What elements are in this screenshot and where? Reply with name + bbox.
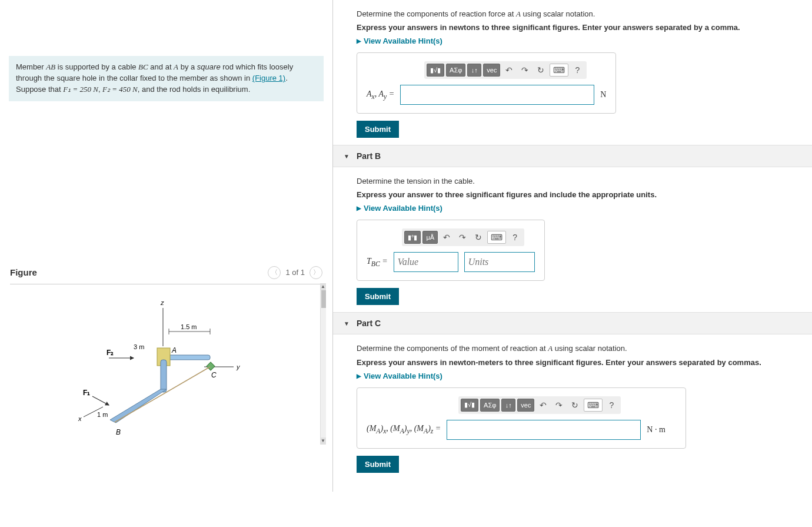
svg-text:z: z — [160, 299, 164, 306]
part-a-instruction: Express your answers in newtons to three… — [357, 23, 788, 32]
redo-button[interactable]: ↷ — [455, 231, 470, 244]
redo-button[interactable]: ↷ — [518, 64, 532, 77]
subscript-button[interactable]: ↓↑ — [467, 64, 481, 77]
vector-button[interactable]: vec — [517, 399, 534, 412]
figure-image: z y x A C — [10, 290, 322, 437]
svg-line-15 — [92, 396, 109, 405]
part-c-header[interactable]: ▼ Part C — [333, 312, 812, 334]
part-c-label: (MA)x, (MA)y, (MA)z = — [367, 424, 441, 435]
keyboard-button[interactable]: ⌨ — [550, 64, 568, 77]
svg-text:B: B — [116, 428, 121, 436]
figure-header: Figure 〈 1 of 1 〉 — [10, 266, 322, 284]
part-b-hints-link[interactable]: View Available Hint(s) — [357, 204, 788, 213]
keyboard-button[interactable]: ⌨ — [584, 399, 603, 412]
svg-text:y: y — [236, 363, 241, 370]
part-b-submit-button[interactable]: Submit — [357, 288, 399, 305]
svg-text:F₂: F₂ — [107, 349, 114, 357]
part-c-toolbar: ▮√▮ ΑΣφ ↓↑ vec ↶ ↷ ↻ ⌨ ? — [458, 396, 621, 414]
svg-text:1.5 m: 1.5 m — [181, 323, 197, 330]
part-a: Determine the components of reaction for… — [333, 0, 812, 145]
figure-next-button[interactable]: 〉 — [310, 266, 322, 279]
part-a-label: Ax, Ay = — [367, 90, 394, 101]
part-a-answer-box: ▮√▮ ΑΣφ ↓↑ vec ↶ ↷ ↻ ⌨ ? Ax, Ay = N — [357, 52, 616, 114]
part-c-answer-box: ▮√▮ ΑΣφ ↓↑ vec ↶ ↷ ↻ ⌨ ? (MA)x, (MA)y, (… — [357, 387, 686, 449]
part-a-submit-button[interactable]: Submit — [357, 121, 399, 138]
svg-text:A: A — [171, 346, 177, 354]
svg-text:x: x — [78, 415, 82, 422]
part-c-instruction: Express your answers in newton-meters to… — [357, 358, 788, 367]
part-c-hints-link[interactable]: View Available Hint(s) — [357, 372, 788, 380]
symbols-button[interactable]: ΑΣφ — [480, 399, 500, 412]
part-b-label: TBC = — [367, 257, 388, 268]
part-c: Determine the components of the moment o… — [333, 334, 812, 479]
part-c-submit-button[interactable]: Submit — [357, 456, 399, 473]
part-b-toolbar: ▮°▮ μÅ ↶ ↷ ↻ ⌨ ? — [402, 228, 524, 246]
units-symbols-button[interactable]: μÅ — [422, 231, 438, 244]
part-c-input[interactable] — [447, 420, 641, 440]
redo-button[interactable]: ↷ — [552, 399, 566, 412]
undo-button[interactable]: ↶ — [440, 231, 454, 244]
undo-button[interactable]: ↶ — [502, 64, 516, 77]
help-button[interactable]: ? — [604, 399, 618, 412]
svg-text:3 m: 3 m — [134, 343, 144, 350]
problem-statement: Member AB is supported by a cable BC and… — [9, 56, 324, 101]
part-a-hints-link[interactable]: View Available Hint(s) — [357, 37, 788, 45]
part-a-question: Determine the components of reaction for… — [357, 9, 788, 19]
part-a-toolbar: ▮√▮ ΑΣφ ↓↑ vec ↶ ↷ ↻ ⌨ ? — [424, 61, 587, 79]
help-button[interactable]: ? — [570, 64, 584, 77]
scroll-up-button[interactable]: ▲ — [320, 283, 326, 290]
part-a-unit: N — [600, 90, 606, 100]
vector-button[interactable]: vec — [483, 64, 500, 77]
part-b-units-input[interactable] — [464, 252, 535, 272]
svg-text:F₁: F₁ — [83, 389, 90, 397]
subscript-button[interactable]: ↓↑ — [501, 399, 515, 412]
svg-rect-11 — [161, 360, 167, 392]
caret-down-icon: ▼ — [344, 320, 350, 327]
figure-title: Figure — [10, 267, 37, 277]
keyboard-button[interactable]: ⌨ — [487, 231, 506, 244]
svg-marker-12 — [110, 389, 167, 423]
part-b-answer-box: ▮°▮ μÅ ↶ ↷ ↻ ⌨ ? TBC = — [357, 220, 545, 281]
part-c-title: Part C — [357, 319, 381, 328]
part-c-unit: N · m — [647, 425, 665, 435]
templates-button[interactable]: ▮√▮ — [461, 399, 478, 412]
undo-button[interactable]: ↶ — [536, 399, 550, 412]
figure-link[interactable]: (Figure 1) — [252, 74, 285, 82]
part-b-title: Part B — [357, 151, 381, 161]
part-b-header[interactable]: ▼ Part B — [333, 145, 812, 167]
figure-pager: 1 of 1 — [285, 268, 305, 277]
svg-text:C: C — [211, 371, 217, 379]
help-button[interactable]: ? — [508, 231, 522, 244]
caret-down-icon: ▼ — [344, 153, 350, 160]
part-b-value-input[interactable] — [394, 252, 458, 272]
svg-rect-9 — [207, 362, 215, 370]
part-b-instruction: Express your answer to three significant… — [357, 190, 788, 199]
part-b-question: Determine the tension in the cable. — [357, 176, 788, 187]
scroll-down-button[interactable]: ▼ — [320, 437, 326, 445]
reset-button[interactable]: ↻ — [534, 64, 548, 77]
figure-prev-button[interactable]: 〈 — [268, 266, 281, 279]
part-c-question: Determine the components of the moment o… — [357, 343, 788, 354]
units-templates-button[interactable]: ▮°▮ — [404, 231, 421, 244]
figure-scrollbar[interactable] — [320, 290, 326, 437]
reset-button[interactable]: ↻ — [568, 399, 582, 412]
reset-button[interactable]: ↻ — [471, 231, 485, 244]
templates-button[interactable]: ▮√▮ — [427, 64, 444, 77]
part-b: Determine the tension in the cable. Expr… — [333, 167, 812, 312]
part-a-input[interactable] — [400, 85, 594, 105]
svg-text:1 m: 1 m — [97, 411, 108, 418]
symbols-button[interactable]: ΑΣφ — [446, 64, 465, 77]
